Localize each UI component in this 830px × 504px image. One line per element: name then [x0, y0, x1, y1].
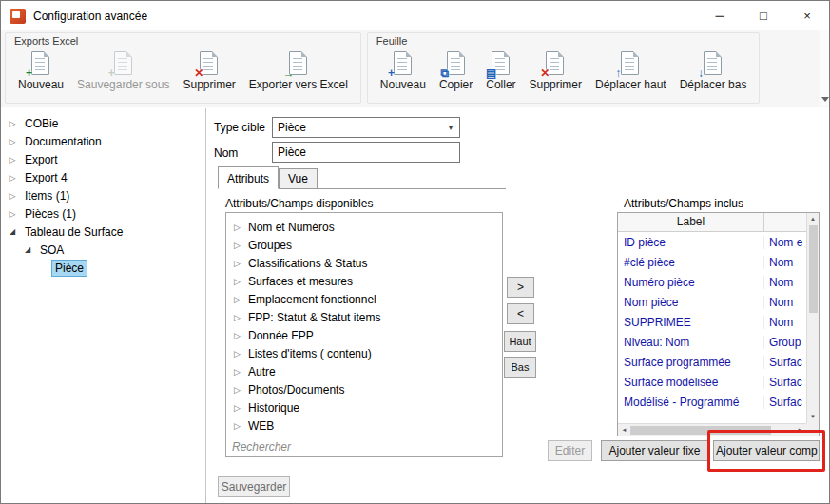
available-item-donnee-fpp[interactable]: ▷Donnée FPP	[226, 326, 502, 344]
tree-expander-icon[interactable]: ▷	[234, 223, 244, 232]
ribbon-button-supprimer[interactable]: ✕Supprimer	[176, 48, 241, 93]
tree-expander-icon[interactable]: ▷	[234, 277, 244, 286]
copy-icon: ⧉	[445, 51, 468, 76]
tree-item-export-4[interactable]: ▷Export 4	[1, 168, 205, 186]
ribbon-button-deplacer-haut[interactable]: ↑Déplacer haut	[589, 48, 673, 93]
available-item-listes-d-items-contenu[interactable]: ▷Listes d'items ( contenu)	[226, 344, 502, 362]
type-cible-select[interactable]: Pièce ▾	[272, 117, 460, 138]
tree-item-label: Pièces (1)	[21, 205, 80, 223]
ribbon-button-nouveau[interactable]: +Nouveau	[11, 48, 70, 93]
ribbon-button-deplacer-bas[interactable]: ↓Déplacer bas	[673, 48, 754, 93]
ribbon-button-nouveau[interactable]: +Nouveau	[374, 48, 433, 93]
tab-vue[interactable]: Vue	[279, 168, 318, 188]
column-header-extra[interactable]	[764, 213, 806, 231]
available-item-nom-et-numeros[interactable]: ▷Nom et Numéros	[226, 218, 502, 236]
ribbon-scrollbar[interactable]	[820, 30, 829, 106]
available-item-label: Autre	[248, 365, 276, 378]
available-item-label: Classifications & Status	[248, 257, 367, 270]
add-button[interactable]: >	[507, 277, 534, 298]
maximize-button[interactable]: □	[742, 1, 785, 30]
edit-button[interactable]: Editer	[548, 440, 592, 461]
nom-input[interactable]	[272, 142, 460, 163]
cell-category: Surfac	[764, 356, 806, 369]
tree-expander-icon[interactable]: ▷	[234, 295, 244, 304]
tree-expander-icon[interactable]: ▷	[234, 313, 244, 322]
available-item-groupes[interactable]: ▷Groupes	[226, 236, 502, 254]
available-item-surfaces-et-mesures[interactable]: ▷Surfaces et mesures	[226, 272, 502, 290]
scrollbar-thumb[interactable]	[630, 426, 771, 435]
add-computed-value-button[interactable]: Ajouter valeur comp	[713, 440, 820, 461]
remove-button[interactable]: <	[507, 303, 534, 324]
tree-expander-icon[interactable]: ▷	[7, 191, 18, 201]
cell-category: Nom	[764, 276, 806, 289]
available-item-emplacement-fonctionnel[interactable]: ▷Emplacement fonctionnel	[226, 290, 502, 308]
tree-expander-icon[interactable]: ▷	[234, 331, 244, 340]
table-row[interactable]: #clé pièceNom	[618, 252, 806, 272]
scroll-up-icon[interactable]: ▲	[807, 213, 820, 225]
ribbon-button-coller[interactable]: ▤Coller	[479, 48, 522, 93]
available-item-web[interactable]: ▷WEB	[226, 417, 502, 435]
tree-expander-icon[interactable]: ▷	[234, 403, 244, 413]
table-row[interactable]: Surface modéliséeSurfac	[618, 372, 806, 392]
tree-expander-icon[interactable]: ▷	[234, 349, 244, 359]
available-item-fpp-statut-statut-items[interactable]: ▷FPP: Statut & Statut items	[226, 308, 502, 326]
add-fixed-value-button[interactable]: Ajouter valeur fixe	[601, 440, 708, 461]
tree-item-cobie[interactable]: ▷COBie	[1, 114, 205, 132]
save-button[interactable]: Sauvegarder	[218, 476, 290, 497]
available-item-photos-documents[interactable]: ▷Photos/Documents	[226, 380, 502, 398]
tree-item-soa[interactable]: ◢SOA	[1, 241, 205, 259]
table-row[interactable]: ID pièceNom e	[618, 232, 806, 252]
cell-label: Surface modélisée	[618, 376, 764, 389]
available-item-label: WEB	[248, 419, 274, 433]
tree-expander-icon[interactable]: ▷	[7, 137, 18, 146]
move-up-button[interactable]: Haut	[504, 331, 536, 352]
available-item-classifications-status[interactable]: ▷Classifications & Status	[226, 254, 502, 272]
window: Configuration avancée ─ □ × Exports Exce…	[0, 0, 830, 504]
ribbon-button-sauvegarder-sous[interactable]: +Sauvegarder sous	[70, 48, 176, 93]
tree-expander-icon[interactable]: ▷	[234, 259, 244, 268]
tree-item-label: Tableau de Surface	[21, 223, 126, 241]
tree-expander-icon[interactable]: ▷	[234, 367, 244, 377]
tree-item-documentation[interactable]: ▷Documentation	[1, 132, 205, 150]
table-row[interactable]: Modélisé - ProgramméSurfac	[618, 392, 806, 412]
table-row[interactable]: SUPPRIMEENom	[618, 312, 806, 332]
tree-item-items-1[interactable]: ▷Items (1)	[1, 186, 205, 204]
table-row[interactable]: Niveau: NomGroup	[618, 332, 806, 352]
available-item-autre[interactable]: ▷Autre	[226, 362, 502, 380]
search-input[interactable]	[225, 436, 503, 457]
table-row[interactable]: Numéro pièceNom	[618, 272, 806, 292]
horizontal-scrollbar[interactable]: ◄ ►	[618, 423, 806, 436]
tree-expander-icon[interactable]: ▷	[7, 209, 18, 219]
tree-expander-icon[interactable]: ▷	[234, 241, 244, 250]
tree-item-tableau-de-surface[interactable]: ◢Tableau de Surface	[1, 223, 205, 241]
available-item-historique[interactable]: ▷Historique	[226, 398, 502, 417]
tree-expander-icon[interactable]: ▷	[7, 155, 18, 165]
tree-expander-icon[interactable]: ▷	[7, 119, 18, 128]
nom-label: Nom	[214, 146, 238, 160]
tree-expander-icon[interactable]: ◢	[7, 227, 18, 236]
tree-expander-icon[interactable]: ▷	[234, 385, 244, 395]
tree-item-pieces-1[interactable]: ▷Pièces (1)	[1, 204, 205, 223]
tree-expander-icon[interactable]: ▷	[7, 173, 18, 183]
table-row[interactable]: Nom pièceNom	[618, 292, 806, 312]
table-row[interactable]: Surface programméeSurfac	[618, 352, 806, 372]
scroll-left-icon[interactable]: ◄	[618, 424, 630, 436]
ribbon-button-exporter-vers-excel[interactable]: →Exporter vers Excel	[242, 48, 355, 93]
move-down-button[interactable]: Bas	[504, 357, 536, 378]
scrollbar-thumb[interactable]	[809, 225, 818, 313]
tab-attributs[interactable]: Attributs	[218, 166, 279, 189]
move-up-icon: ↑	[619, 51, 642, 76]
scroll-down-icon[interactable]: ▼	[807, 411, 820, 423]
tree-expander-icon[interactable]: ◢	[22, 245, 33, 254]
available-item-label: Surfaces et mesures	[248, 275, 353, 288]
scroll-right-icon[interactable]: ►	[794, 424, 806, 436]
ribbon-button-supprimer[interactable]: ✕Supprimer	[523, 48, 589, 93]
column-header-label[interactable]: Label	[618, 213, 764, 231]
tree-item-piece[interactable]: Pièce	[1, 259, 205, 277]
tree-item-export[interactable]: ▷Export	[1, 150, 205, 168]
ribbon-button-copier[interactable]: ⧉Copier	[433, 48, 479, 93]
close-button[interactable]: ×	[785, 1, 829, 30]
minimize-button[interactable]: ─	[698, 1, 742, 30]
tree-expander-icon[interactable]: ▷	[234, 421, 244, 431]
vertical-scrollbar[interactable]: ▲ ▼	[806, 213, 819, 423]
